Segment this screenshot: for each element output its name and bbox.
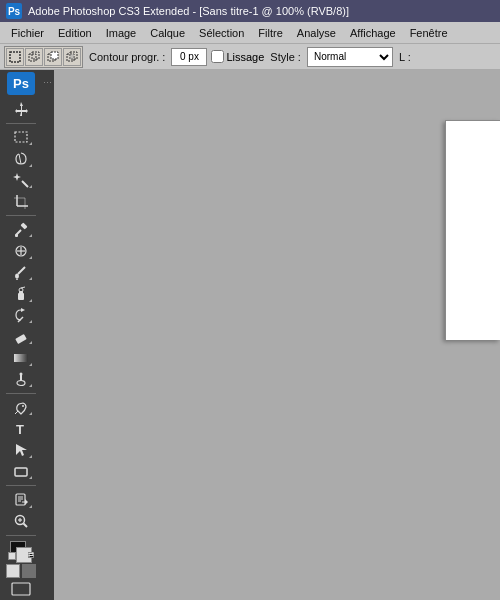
color-swatch[interactable]: ⇄ bbox=[8, 541, 34, 560]
normal-mode-btn[interactable] bbox=[6, 564, 20, 578]
lasso-tool[interactable] bbox=[8, 149, 34, 168]
notes-tool[interactable] bbox=[8, 490, 34, 509]
eyedropper-tool[interactable] bbox=[8, 220, 34, 239]
svg-marker-30 bbox=[21, 308, 25, 312]
move-tool[interactable] bbox=[8, 100, 34, 119]
toolbar-separator-1 bbox=[6, 123, 36, 124]
menu-edition[interactable]: Edition bbox=[51, 25, 99, 41]
svg-point-37 bbox=[22, 405, 24, 407]
svg-rect-0 bbox=[10, 52, 20, 62]
svg-marker-40 bbox=[16, 444, 27, 456]
lissage-text: Lissage bbox=[226, 51, 264, 63]
path-select-tool[interactable] bbox=[8, 441, 34, 460]
toolbar-separator-3 bbox=[6, 393, 36, 394]
svg-line-10 bbox=[19, 154, 21, 164]
svg-rect-4 bbox=[51, 52, 58, 59]
menu-fichier[interactable]: Fichier bbox=[4, 25, 51, 41]
svg-point-34 bbox=[17, 381, 25, 386]
eraser-tool[interactable] bbox=[8, 327, 34, 346]
canvas-area: ⋮ bbox=[42, 70, 500, 600]
new-selection-btn[interactable] bbox=[6, 48, 24, 66]
toolbar-separator-2 bbox=[6, 215, 36, 216]
menu-analyse[interactable]: Analyse bbox=[290, 25, 343, 41]
svg-rect-9 bbox=[15, 132, 27, 142]
svg-line-29 bbox=[21, 287, 25, 288]
l-label: L : bbox=[397, 51, 413, 63]
svg-rect-32 bbox=[15, 334, 27, 344]
pen-tool[interactable] bbox=[8, 398, 34, 417]
healing-tool[interactable] bbox=[8, 241, 34, 260]
menu-affichage[interactable]: Affichage bbox=[343, 25, 403, 41]
title-bar: Ps Adobe Photoshop CS3 Extended - [Sans … bbox=[0, 0, 500, 22]
svg-marker-46 bbox=[22, 499, 28, 505]
svg-rect-51 bbox=[12, 583, 30, 595]
left-drag-handle: ⋮ bbox=[42, 70, 54, 600]
window-title: Adobe Photoshop CS3 Extended - [Sans tit… bbox=[28, 5, 349, 17]
svg-rect-17 bbox=[20, 222, 27, 229]
stamp-tool[interactable] bbox=[8, 284, 34, 303]
svg-point-36 bbox=[20, 373, 23, 376]
svg-rect-19 bbox=[15, 234, 18, 237]
canvas-document[interactable] bbox=[445, 120, 500, 340]
menu-selection[interactable]: Sélection bbox=[192, 25, 251, 41]
selection-mode-group bbox=[4, 46, 83, 68]
marquee-tool[interactable] bbox=[8, 128, 34, 147]
svg-line-48 bbox=[24, 524, 28, 528]
subtract-selection-btn[interactable] bbox=[44, 48, 62, 66]
gradient-tool[interactable] bbox=[8, 348, 34, 367]
svg-line-11 bbox=[22, 181, 28, 187]
menu-filtre[interactable]: Filtre bbox=[251, 25, 289, 41]
svg-line-23 bbox=[18, 267, 25, 274]
mask-mode bbox=[6, 564, 36, 578]
svg-marker-8 bbox=[15, 102, 28, 116]
lissage-checkbox[interactable] bbox=[211, 50, 224, 63]
contour-label: Contour progr. : bbox=[87, 51, 167, 63]
brush-tool[interactable] bbox=[8, 263, 34, 282]
svg-marker-12 bbox=[13, 173, 21, 181]
history-brush-tool[interactable] bbox=[8, 306, 34, 325]
quickmask-btn[interactable] bbox=[22, 564, 36, 578]
menu-image[interactable]: Image bbox=[99, 25, 144, 41]
toolbar-separator-5 bbox=[6, 535, 36, 536]
contour-input[interactable] bbox=[171, 48, 207, 66]
type-tool[interactable]: T bbox=[8, 419, 34, 438]
svg-line-38 bbox=[15, 411, 18, 414]
crop-tool[interactable] bbox=[8, 192, 34, 211]
options-bar: Contour progr. : Lissage Style : Normal … bbox=[0, 44, 500, 70]
svg-rect-41 bbox=[15, 468, 27, 476]
intersect-selection-btn[interactable] bbox=[63, 48, 81, 66]
style-label: Style : bbox=[268, 51, 303, 63]
menu-calque[interactable]: Calque bbox=[143, 25, 192, 41]
toolbar-separator-4 bbox=[6, 485, 36, 486]
dodge-tool[interactable] bbox=[8, 370, 34, 389]
main-layout: Ps bbox=[0, 70, 500, 600]
shape-tool[interactable] bbox=[8, 462, 34, 481]
screen-mode-btn[interactable] bbox=[11, 582, 31, 598]
lissage-label[interactable]: Lissage bbox=[211, 50, 264, 63]
style-select[interactable]: Normal Proportionnel Fixe bbox=[307, 47, 393, 67]
svg-point-24 bbox=[15, 273, 19, 278]
svg-rect-7 bbox=[70, 54, 74, 59]
app-logo: Ps bbox=[6, 3, 22, 19]
menu-bar: FichierEditionImageCalqueSélectionFiltre… bbox=[0, 22, 500, 44]
left-toolbar: Ps bbox=[0, 70, 42, 600]
svg-rect-33 bbox=[14, 354, 28, 362]
svg-text:T: T bbox=[16, 422, 24, 437]
magic-wand-tool[interactable] bbox=[8, 171, 34, 190]
toolbar-ps-logo: Ps bbox=[7, 72, 35, 95]
zoom-tool[interactable] bbox=[8, 512, 34, 531]
menu-fenetre[interactable]: Fenêtre bbox=[403, 25, 455, 41]
add-selection-btn[interactable] bbox=[25, 48, 43, 66]
svg-rect-26 bbox=[18, 293, 24, 300]
